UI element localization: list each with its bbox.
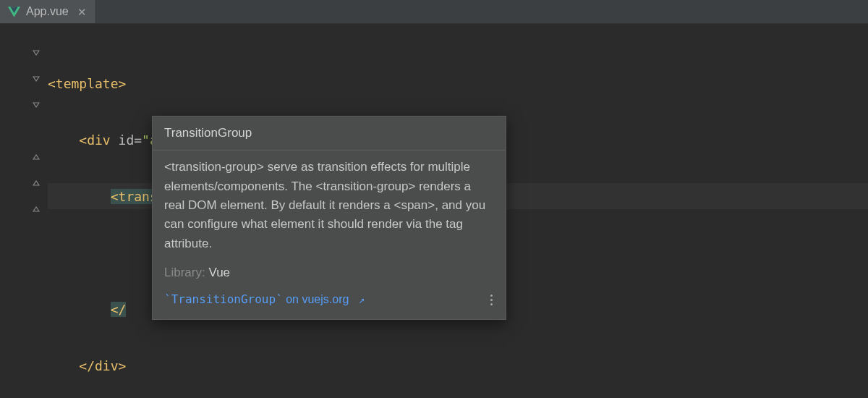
popup-library: Library: Vue [153, 262, 506, 288]
code-line[interactable]: <template> [48, 70, 868, 96]
tab-bar: App.vue ✕ [0, 0, 868, 24]
documentation-popup: TransitionGroup <transition-group> serve… [152, 116, 506, 320]
code-token: id [119, 132, 135, 148]
file-tab[interactable]: App.vue ✕ [0, 0, 96, 23]
gutter [0, 24, 45, 398]
fold-icon[interactable] [32, 48, 41, 57]
external-doc-link[interactable]: `TransitionGroup` on vuejs.org ↗ [164, 291, 365, 309]
code-token: <div [79, 132, 118, 148]
more-options-icon[interactable] [490, 295, 494, 305]
link-text: on vuejs.org [283, 293, 349, 305]
fold-up-icon[interactable] [32, 153, 41, 161]
code-token: = [134, 132, 142, 148]
fold-up-icon[interactable] [32, 205, 41, 213]
code-token: </div> [79, 358, 126, 373]
link-code: `TransitionGroup` [164, 292, 283, 306]
close-icon[interactable]: ✕ [77, 7, 87, 17]
fold-up-icon[interactable] [32, 179, 41, 187]
external-link-icon: ↗ [359, 294, 365, 305]
fold-icon[interactable] [32, 101, 41, 109]
vue-icon [7, 5, 20, 18]
library-label: Library: [164, 266, 205, 279]
code-token: <template> [48, 76, 126, 91]
popup-title: TransitionGroup [153, 117, 506, 151]
tab-filename: App.vue [26, 5, 69, 18]
library-value: Vue [208, 266, 230, 279]
popup-footer: `TransitionGroup` on vuejs.org ↗ [153, 288, 506, 319]
code-token: </ [111, 302, 127, 317]
code-line[interactable]: </div> [48, 352, 868, 378]
fold-icon[interactable] [32, 75, 41, 83]
popup-body: <transition-group> serve as transition e… [153, 151, 506, 262]
